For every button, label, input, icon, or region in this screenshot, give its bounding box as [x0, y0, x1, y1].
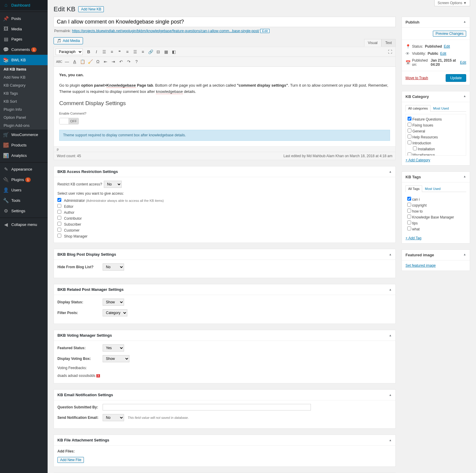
tag-checkbox[interactable]: [407, 227, 411, 230]
role-checkbox[interactable]: [57, 204, 61, 208]
sidebar-item-users[interactable]: 👤Users: [0, 185, 48, 195]
category-checkbox[interactable]: [408, 152, 411, 156]
role-checkbox[interactable]: [57, 228, 61, 232]
collapse-icon[interactable]: ▲: [389, 253, 392, 256]
tag-checkbox[interactable]: [407, 197, 411, 201]
readmore-icon[interactable]: ⊟: [155, 48, 162, 55]
category-checkbox[interactable]: [408, 129, 411, 132]
role-checkbox[interactable]: [57, 234, 61, 238]
set-featured-image-link[interactable]: Set featured image: [405, 263, 436, 268]
add-new-kb-button[interactable]: Add New KB: [78, 6, 104, 12]
status-edit-link[interactable]: Edit: [444, 44, 450, 49]
specialchar-icon[interactable]: Ω: [94, 58, 101, 65]
category-checkbox[interactable]: [413, 146, 417, 150]
post-title-input[interactable]: [54, 17, 396, 27]
strike-icon[interactable]: ABC: [56, 58, 63, 65]
sidebar-item-collapse[interactable]: ◀Collapse menu: [0, 219, 48, 230]
redo-icon[interactable]: ↷: [125, 58, 132, 65]
tab-most-used-cat[interactable]: Most Used: [430, 105, 452, 111]
sidebar-item-analytics[interactable]: 📊Analytics: [0, 150, 48, 161]
tag-checkbox[interactable]: [407, 221, 411, 224]
indent-icon[interactable]: ⇥: [110, 58, 117, 65]
align-right-icon[interactable]: ≡: [139, 48, 146, 55]
role-checkbox[interactable]: [57, 198, 61, 202]
submenu-kb-tags[interactable]: KB Tags: [0, 89, 48, 97]
submenu-all-kb[interactable]: All KB Items: [0, 65, 48, 73]
permalink-edit-button[interactable]: Edit: [260, 29, 270, 33]
textcolor-icon[interactable]: A: [71, 58, 78, 65]
add-category-link[interactable]: + Add Category: [405, 158, 430, 162]
sidebar-item-products[interactable]: 🧱Products: [0, 140, 48, 150]
featured-status-select[interactable]: Yes: [103, 344, 124, 352]
category-checkbox[interactable]: [408, 141, 411, 144]
shortcode-icon[interactable]: ◧: [170, 48, 177, 55]
sidebar-item-appearance[interactable]: ✎Appearance: [0, 164, 48, 174]
format-select[interactable]: Paragraph: [56, 49, 83, 55]
collapse-icon[interactable]: ▲: [463, 20, 466, 24]
sidebar-item-media[interactable]: 🖾Media: [0, 24, 48, 34]
tag-checkbox[interactable]: [407, 215, 411, 218]
collapse-icon[interactable]: ▲: [389, 288, 392, 291]
undo-icon[interactable]: ↶: [118, 58, 125, 65]
visibility-edit-link[interactable]: Edit: [440, 51, 446, 56]
filter-posts-select[interactable]: Category: [103, 309, 127, 316]
numbered-list-icon[interactable]: ≡: [108, 48, 115, 55]
update-button[interactable]: Update: [446, 74, 466, 82]
sidebar-item-posts[interactable]: 📌Posts: [0, 13, 48, 24]
collapse-icon[interactable]: ▲: [463, 94, 466, 99]
published-edit-link[interactable]: Edit: [460, 60, 466, 65]
align-left-icon[interactable]: ≡: [124, 48, 131, 55]
submenu-plugin-info[interactable]: Plugin Info: [0, 105, 48, 113]
tag-checkbox[interactable]: [407, 209, 411, 213]
display-status-select[interactable]: Show: [103, 299, 124, 306]
sidebar-item-settings[interactable]: ⚙Settings: [0, 206, 48, 216]
add-tag-link[interactable]: + Add Tag: [405, 236, 422, 240]
align-center-icon[interactable]: ☰: [131, 48, 139, 55]
category-checkbox[interactable]: [408, 117, 411, 121]
role-checkbox[interactable]: [57, 222, 61, 226]
submenu-option-panel[interactable]: Option Panel: [0, 113, 48, 121]
outdent-icon[interactable]: ⇤: [102, 58, 109, 65]
submitted-by-input[interactable]: [103, 404, 311, 410]
collapse-icon[interactable]: ▲: [389, 334, 392, 337]
permalink-link[interactable]: https://projects.bluewindlab.net/wpplugi…: [72, 29, 259, 33]
tab-text[interactable]: Text: [381, 39, 396, 47]
preview-changes-button[interactable]: Preview Changes: [433, 31, 466, 37]
role-checkbox[interactable]: [57, 216, 61, 220]
clear-format-icon[interactable]: 🧹: [87, 58, 94, 65]
sidebar-item-dashboard[interactable]: ⌂Dashboard: [0, 0, 48, 10]
sidebar-item-plugins[interactable]: 🔌Plugins1: [0, 174, 48, 185]
screen-options-button[interactable]: Screen Options ▼: [434, 0, 470, 6]
submenu-kb-category[interactable]: KB Category: [0, 81, 48, 89]
bullet-list-icon[interactable]: ☰: [101, 48, 108, 55]
sidebar-item-tools[interactable]: 🔧Tools: [0, 195, 48, 206]
fullscreen-icon[interactable]: ⛶: [386, 48, 394, 55]
category-checkbox[interactable]: [408, 123, 411, 127]
collapse-icon[interactable]: ▲: [389, 438, 392, 442]
submenu-plugin-addons[interactable]: Plugin Add-ons: [0, 121, 48, 129]
move-to-trash-link[interactable]: Move to Trash: [405, 76, 428, 80]
voting-box-select[interactable]: Show: [103, 355, 129, 362]
hide-blog-select[interactable]: No: [103, 263, 124, 271]
collapse-icon[interactable]: ▲: [463, 253, 466, 257]
toolbar-toggle-icon[interactable]: ▦: [162, 48, 170, 55]
add-new-file-button[interactable]: Add New File: [57, 457, 84, 463]
tab-most-used-tags[interactable]: Most Used: [422, 185, 443, 192]
tab-visual[interactable]: Visual: [364, 39, 381, 47]
submenu-kb-sort[interactable]: KB Sort: [0, 97, 48, 105]
bold-icon[interactable]: B: [85, 48, 92, 55]
restrict-access-select[interactable]: No: [104, 181, 122, 188]
sidebar-item-comments[interactable]: 💬Comments1: [0, 44, 48, 55]
editor-body[interactable]: Yes, you can. Go to plugin option panel>…: [54, 67, 395, 146]
tag-checkbox[interactable]: [407, 203, 411, 207]
sidebar-item-bwlkb[interactable]: 📚BWL KB: [0, 55, 48, 65]
hr-icon[interactable]: —: [63, 58, 71, 65]
category-checkbox[interactable]: [408, 135, 411, 138]
add-media-button[interactable]: 🎵Add Media: [54, 37, 83, 44]
sidebar-item-woocommerce[interactable]: 🛒WooCommerce: [0, 129, 48, 140]
collapse-icon[interactable]: ▲: [389, 170, 392, 173]
tab-all-categories[interactable]: All categories: [405, 105, 430, 112]
collapse-icon[interactable]: ▲: [389, 393, 392, 396]
paste-icon[interactable]: 📋: [79, 58, 86, 65]
italic-icon[interactable]: I: [93, 48, 100, 55]
